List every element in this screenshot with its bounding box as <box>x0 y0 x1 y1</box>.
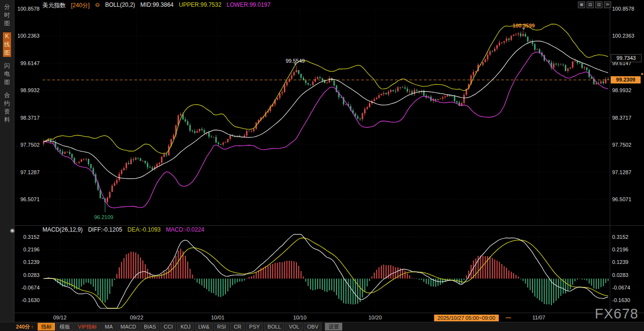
axis-tick-label: 100.2363 <box>612 33 634 39</box>
tab-cci[interactable]: CCI <box>160 323 176 331</box>
boll-mid-price-tag: 99.7343 <box>611 54 642 62</box>
axis-tick-label: 97.7502 <box>612 142 631 148</box>
axis-tick-label: -0.0674 <box>22 285 40 290</box>
boll-upper-value: UPPER:99.7532 <box>179 1 222 10</box>
axis-tick-label: 0.2196 <box>23 247 40 252</box>
axis-tick-label: 0.1239 <box>23 259 40 265</box>
x-axis-label: 10/01 <box>211 315 224 320</box>
tab-obv[interactable]: OBV <box>304 323 322 331</box>
tab-vol[interactable]: VOL <box>285 323 303 331</box>
axis-tick-label: 0.2196 <box>612 247 629 252</box>
axis-tick-label: 0.1239 <box>612 259 629 265</box>
macd-diff-value: DIFF:-0.1205 <box>88 226 122 233</box>
tab-rsi[interactable]: RSI <box>214 323 229 331</box>
window-grid-icon[interactable]: ▥ <box>595 1 602 8</box>
macd-header: MACD(26,12,9)DIFF:-0.1205DEA:-0.1093MACD… <box>42 226 204 233</box>
axis-tick-label: 97.1287 <box>20 169 40 175</box>
tab-boll[interactable]: BOLL <box>264 323 284 331</box>
axis-tick-label: 96.5071 <box>612 196 631 202</box>
left-price-axis: 100.8578100.236399.614798.993298.371797.… <box>14 0 41 331</box>
sidebar-item-lightning-chart[interactable]: 闪电图 <box>3 62 11 86</box>
axis-tick-label: 100.2363 <box>17 33 40 39</box>
x-axis-label: 11/07 <box>532 315 546 320</box>
tab-psy[interactable]: PSY <box>246 323 263 331</box>
axis-tick-label: 97.7502 <box>20 142 40 148</box>
price-chart-canvas[interactable] <box>42 9 609 220</box>
bottom-toolbar: 240分 ↑ 指标模板VIP指标MAMACDBIASCCIKDJLW&RSICR… <box>0 322 644 331</box>
axis-tick-label: 100.8578 <box>612 6 634 12</box>
trading-app-window: 分时图K线图闪电图合约资料 美元指数[240分]⊖BOLL(20,2)MID:9… <box>0 0 644 331</box>
axis-tick-label: 0.0283 <box>23 272 40 278</box>
axis-tick-label: 0.0283 <box>612 272 629 278</box>
window-controls: ▣▤▥≫ <box>578 1 611 8</box>
watermark: FX678 <box>595 306 638 322</box>
axis-tick-label: 98.9932 <box>20 87 40 93</box>
tab-indicators[interactable]: 指标 <box>38 323 55 331</box>
x-axis-label: 09/22 <box>130 315 143 320</box>
boll-lower-value: LOWER:99.0197 <box>227 1 271 10</box>
indicator-panel-icon[interactable]: ◉ <box>10 227 15 234</box>
toolbar-tabs: 指标模板VIP指标MAMACDBIASCCIKDJLW&RSICRPSYBOLL… <box>38 323 342 331</box>
period-up-icon[interactable]: ↑ <box>31 324 33 330</box>
tab-kdj[interactable]: KDJ <box>177 323 194 331</box>
tab-settings[interactable]: 设置 <box>325 323 342 331</box>
window-single-icon[interactable]: ▣ <box>578 1 585 8</box>
axis-tick-label: 98.9932 <box>612 87 631 93</box>
symbol-name: 美元指数 <box>42 1 66 10</box>
last-price-tag: 99.2309 <box>611 76 641 83</box>
range-dash-icon: — <box>506 315 511 320</box>
axis-tick-label: 0.3152 <box>23 234 40 240</box>
macd-chart-canvas[interactable] <box>42 233 609 310</box>
current-period-label: 2025/10/27 05:00~09:00 <box>434 315 499 321</box>
x-axis-label: 09/12 <box>53 315 67 320</box>
tab-cr[interactable]: CR <box>230 323 245 331</box>
period-label[interactable]: 240分 <box>16 323 30 331</box>
boll-mid-value: MID:99.3864 <box>140 1 174 10</box>
swing-high-marker-icon: + <box>294 61 296 67</box>
axis-tick-label: 96.5071 <box>20 196 40 202</box>
right-price-axis: 100.8578100.236399.614798.993298.371797.… <box>611 0 644 331</box>
panel-divider <box>14 225 644 226</box>
macd-params: MACD(26,12,9) <box>42 226 83 233</box>
axis-tick-label: 100.8578 <box>17 6 40 12</box>
axis-tick-label: 0.3152 <box>612 234 629 240</box>
axis-tick-label: -0.0674 <box>612 285 630 290</box>
tab-lw[interactable]: LW& <box>195 323 213 331</box>
chart-title: 美元指数[240分]⊖BOLL(20,2)MID:99.3864UPPER:99… <box>42 1 270 10</box>
swing-low-label: 96.2109 <box>94 214 113 220</box>
tab-vip-indicators[interactable]: VIP指标 <box>74 323 100 331</box>
window-expand-icon[interactable]: ≫ <box>604 1 611 8</box>
sidebar-item-kline-chart[interactable]: K线图 <box>3 32 11 57</box>
sidebar-item-time-share-chart[interactable]: 分时图 <box>3 3 11 28</box>
axis-tick-label: 99.6147 <box>20 60 40 66</box>
x-axis-label: 10/10 <box>293 315 307 320</box>
tab-ma[interactable]: MA <box>101 323 116 331</box>
tab-macd[interactable]: MACD <box>117 323 140 331</box>
axis-tick-label: 97.1287 <box>612 169 631 175</box>
collapse-icon[interactable]: ⊖ <box>95 1 100 10</box>
boll-params: BOLL(20,2) <box>105 1 135 10</box>
right-axis-divider <box>610 9 610 313</box>
period-badge: [240分] <box>71 1 90 10</box>
tab-templates[interactable]: 模板 <box>56 323 73 331</box>
price-up-arrow-icon: ▲ <box>640 71 644 76</box>
sidebar-item-contract-info[interactable]: 合约资料 <box>3 91 11 124</box>
macd-bar-value: MACD:-0.0224 <box>166 226 204 233</box>
tab-bias[interactable]: BIAS <box>140 323 159 331</box>
axis-tick-label: -0.1630 <box>22 297 40 303</box>
window-split-icon[interactable]: ▤ <box>587 1 594 8</box>
macd-dea-value: DEA:-0.1093 <box>127 226 161 233</box>
axis-divider <box>14 313 644 313</box>
left-sidebar: 分时图K线图闪电图合约资料 <box>0 0 14 331</box>
swing-high2-marker-icon: + <box>522 26 525 31</box>
x-axis: 09/1209/2210/0110/1010/202025/10/27 05:0… <box>42 315 609 322</box>
axis-tick-label: 98.3717 <box>612 115 631 121</box>
x-axis-label: 10/20 <box>368 315 382 320</box>
axis-tick-label: -0.1630 <box>612 297 630 303</box>
axis-tick-label: 98.3717 <box>20 115 40 121</box>
